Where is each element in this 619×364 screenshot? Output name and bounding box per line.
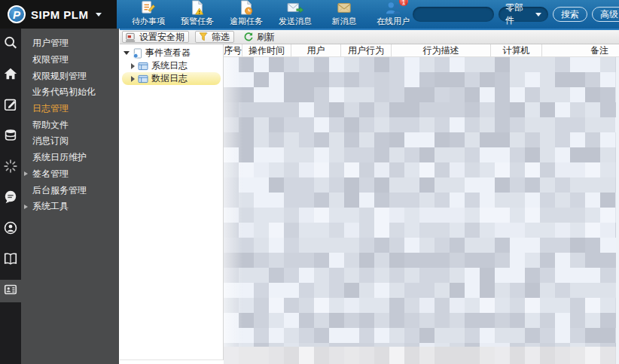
sidebar-item-background-services[interactable]: 后台服务管理 — [21, 182, 119, 199]
expand-arrow-icon — [24, 171, 28, 176]
main-content: 设置安全期 筛选 刷新 事件查看器 — [120, 29, 619, 364]
sidebar-item-business-code-init[interactable]: 业务代码初始化 — [21, 84, 119, 101]
content-toolbar: 设置安全期 筛选 刷新 — [120, 30, 619, 44]
sidebar-item-label: 系统日历维护 — [32, 151, 87, 164]
menu-item-new-messages[interactable]: 新消息 — [325, 0, 364, 27]
sidebar-item-label: 后台服务管理 — [32, 184, 87, 197]
event-viewer-tree: 事件查看器 系统日志 数据日志 — [120, 44, 224, 360]
expand-arrow-icon — [24, 205, 28, 209]
app-title: SIPM PLM — [31, 8, 89, 21]
tree-expand-icon[interactable] — [131, 63, 135, 69]
rail-item-home[interactable] — [0, 64, 21, 86]
column-header-seq[interactable]: 序号 — [224, 44, 242, 56]
sidebar-item-log-management[interactable]: 日志管理 — [21, 101, 119, 117]
menu-item-label: 在线用户 — [377, 16, 410, 27]
sidebar-item-permission-management[interactable]: 权限管理 — [21, 52, 119, 68]
database-icon — [3, 128, 18, 146]
book-icon — [3, 251, 18, 269]
sidebar-item-system-tools[interactable]: 系统工具 — [21, 199, 119, 215]
sidebar-item-system-calendar[interactable]: 系统日历维护 — [21, 150, 119, 166]
search-category-value: 零部件 — [505, 2, 526, 27]
menu-item-label: 发送消息 — [279, 16, 312, 27]
column-header-computer[interactable]: 计算机 — [491, 44, 542, 56]
sidebar-item-label: 用户管理 — [32, 37, 69, 50]
menu-item-label: 待办事项 — [132, 16, 165, 27]
tree-node-label: 系统日志 — [151, 59, 188, 72]
table-scrollbar[interactable] — [616, 57, 619, 364]
todo-icon — [140, 0, 157, 15]
menu-item-label: 新消息 — [332, 16, 357, 27]
rail-item-search[interactable] — [0, 33, 21, 56]
column-header-behavior-description[interactable]: 行为描述 — [392, 44, 491, 56]
new-message-icon — [336, 0, 352, 15]
sipm-plm-window: P SIPM PLM 待办事项 预警任务 逾期任务 — [0, 0, 619, 364]
menu-item-send-message[interactable]: 发送消息 — [276, 0, 315, 27]
advanced-search-button[interactable]: 高级 — [592, 7, 619, 22]
menu-item-online-users[interactable]: 在线用户 1 — [374, 0, 413, 27]
sidebar-menu: 用户管理 权限管理 权限规则管理 业务代码初始化 日志管理 帮助文件 消息订阅 … — [21, 29, 119, 364]
refresh-label: 刷新 — [257, 31, 275, 44]
rail-item-database[interactable] — [0, 126, 21, 148]
app-logo[interactable]: P SIPM PLM — [0, 0, 117, 29]
menu-item-overdue-tasks[interactable]: 逾期任务 — [227, 0, 266, 27]
tree-node-data-log[interactable]: 数据日志 — [122, 72, 221, 85]
send-message-icon — [286, 0, 304, 15]
menu-item-warning-tasks[interactable]: 预警任务 — [178, 0, 217, 27]
sidebar-item-message-subscription[interactable]: 消息订阅 — [21, 133, 119, 150]
header-search-area: 零部件 搜索 高级 — [413, 7, 619, 22]
top-header-bar: P SIPM PLM 待办事项 预警任务 逾期任务 — [0, 0, 619, 29]
rail-item-broadcast[interactable] — [0, 218, 21, 241]
event-viewer-icon — [133, 48, 142, 59]
sidebar-item-label: 消息订阅 — [32, 135, 69, 147]
sidebar-item-user-management[interactable]: 用户管理 — [21, 35, 119, 52]
column-header-user-behavior[interactable]: 用户行为 — [341, 44, 392, 56]
tree-node-event-viewer[interactable]: 事件查看器 — [120, 47, 223, 59]
column-header-operation-time[interactable]: 操作时间 — [242, 44, 291, 56]
search-category-dropdown[interactable]: 零部件 — [499, 7, 548, 22]
sidebar-item-label: 权限规则管理 — [32, 70, 87, 83]
set-security-period-button[interactable]: 设置安全期 — [122, 31, 189, 43]
menu-item-label: 预警任务 — [181, 16, 214, 27]
search-button[interactable]: 搜索 — [553, 7, 587, 22]
tree-node-system-log[interactable]: 系统日志 — [120, 59, 223, 72]
sidebar-item-signature-management[interactable]: 签名管理 — [21, 166, 119, 183]
filter-button[interactable]: 筛选 — [195, 31, 234, 43]
rail-item-edit[interactable] — [0, 95, 21, 117]
online-users-badge: 1 — [399, 0, 408, 6]
search-input[interactable] — [413, 7, 494, 22]
sidebar-item-label: 系统工具 — [32, 200, 69, 213]
table-header-row: 序号 操作时间 用户 用户行为 行为描述 计算机 备注 — [224, 44, 619, 57]
security-period-icon — [125, 32, 136, 42]
log-table: 序号 操作时间 用户 用户行为 行为描述 计算机 备注 — [224, 44, 619, 364]
column-header-user[interactable]: 用户 — [291, 44, 341, 56]
column-header-remarks[interactable]: 备注 — [542, 44, 619, 56]
filter-label: 筛选 — [212, 31, 230, 44]
tree-collapse-icon[interactable] — [123, 51, 130, 55]
edit-icon — [3, 97, 18, 115]
rail-item-messages[interactable] — [0, 187, 21, 210]
sidebar-item-label: 业务代码初始化 — [32, 86, 96, 99]
rail-item-processes[interactable] — [0, 156, 21, 179]
chevron-down-icon — [535, 13, 541, 17]
sidebar-item-help-files[interactable]: 帮助文件 — [21, 117, 119, 133]
sidebar-item-label: 权限管理 — [32, 53, 69, 66]
left-icon-rail — [0, 29, 21, 364]
tree-expand-icon[interactable] — [131, 76, 135, 82]
sidebar-item-permission-rules[interactable]: 权限规则管理 — [21, 68, 119, 84]
tree-node-label: 事件查看器 — [145, 47, 191, 59]
rail-item-admin-console[interactable] — [0, 280, 21, 302]
search-icon — [3, 35, 18, 53]
logo-icon: P — [8, 5, 26, 23]
log-folder-icon — [138, 74, 148, 83]
set-security-period-label: 设置安全期 — [139, 31, 184, 44]
table-body-blurred — [224, 57, 619, 347]
content-body: 事件查看器 系统日志 数据日志 序号 操作时间 — [120, 44, 619, 364]
menu-item-todo[interactable]: 待办事项 — [129, 0, 168, 27]
sidebar-item-label: 签名管理 — [32, 168, 69, 180]
menu-item-label: 逾期任务 — [230, 16, 263, 27]
rail-item-library[interactable] — [0, 249, 21, 271]
loading-icon — [3, 159, 18, 177]
header-menu: 待办事项 预警任务 逾期任务 发送消息 — [117, 0, 413, 29]
warning-task-icon — [189, 0, 206, 15]
refresh-button[interactable]: 刷新 — [240, 31, 279, 43]
